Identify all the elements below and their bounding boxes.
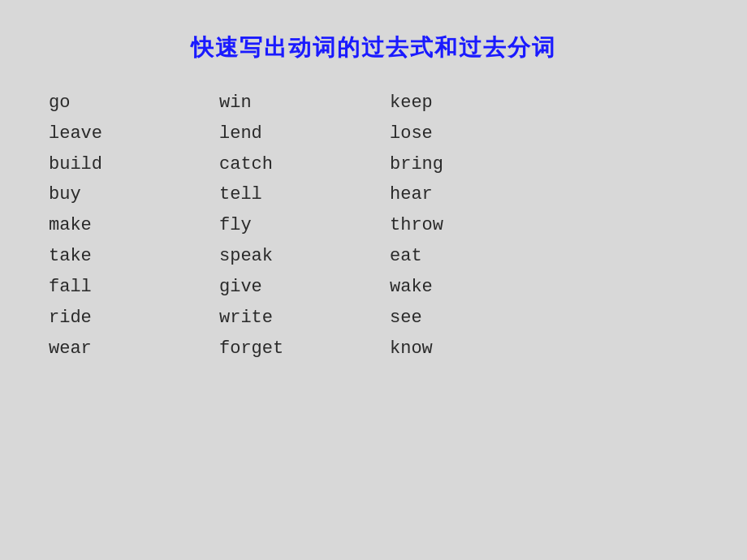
word-wake: wake [390,272,560,303]
word-hear: hear [390,179,560,210]
word-throw: throw [390,210,560,241]
word-go: go [49,88,219,118]
word-fly: fly [219,210,390,241]
word-write: write [219,303,390,334]
word-make: make [49,210,219,241]
word-leave: leave [49,118,219,149]
column-col1: goleavebuildbuymaketakefallridewear [49,88,219,364]
word-take: take [49,241,219,272]
word-tell: tell [219,179,390,210]
word-see: see [390,303,560,334]
word-wear: wear [49,334,219,364]
word-ride: ride [49,303,219,334]
word-grid: goleavebuildbuymaketakefallridewearwinle… [49,88,560,364]
word-keep: keep [390,88,560,118]
word-forget: forget [219,334,390,364]
word-fall: fall [49,272,219,303]
word-lose: lose [390,118,560,149]
word-buy: buy [49,179,219,210]
word-eat: eat [390,241,560,272]
word-bring: bring [390,149,560,180]
word-know: know [390,334,560,364]
page-title: 快速写出动词的过去式和过去分词 [191,32,556,63]
column-col2: winlendcatchtellflyspeakgivewriteforget [219,88,390,364]
word-build: build [49,149,219,180]
word-speak: speak [219,241,390,272]
column-col3: keeplosebringhearthroweatwakeseeknow [390,88,560,364]
word-give: give [219,272,390,303]
word-catch: catch [219,149,390,180]
word-lend: lend [219,118,390,149]
word-win: win [219,88,390,118]
